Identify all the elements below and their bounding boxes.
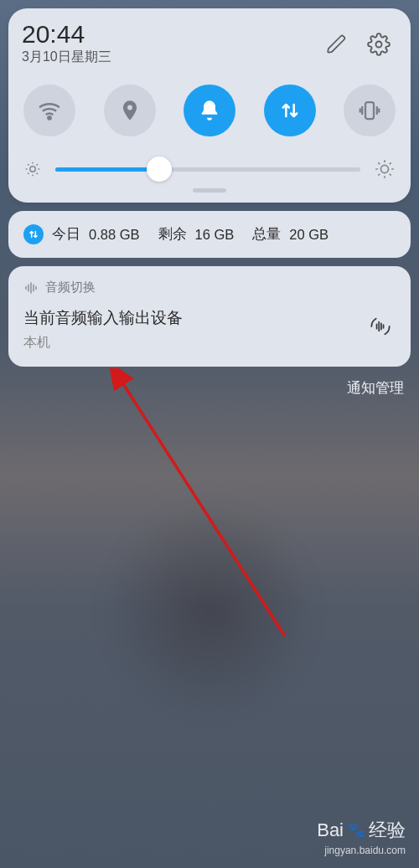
edit-icon[interactable] <box>318 26 355 63</box>
total-label: 总量 <box>252 225 281 244</box>
notification-title: 当前音频输入输出设备 <box>23 307 396 329</box>
brightness-high-icon <box>374 158 396 180</box>
paw-icon: 🐾 <box>347 821 365 840</box>
brightness-track[interactable] <box>55 167 360 172</box>
audio-switch-notification[interactable]: 音频切换 当前音频输入输出设备 本机 <box>8 266 411 367</box>
brightness-thumb[interactable] <box>147 157 172 182</box>
watermark: Bai 🐾 经验 jingyan.baidu.com <box>317 818 406 856</box>
watermark-brand-prefix: Bai <box>317 819 344 841</box>
clock-time: 20:44 <box>22 22 313 47</box>
notifications-toggle[interactable] <box>184 85 235 136</box>
data-usage-card[interactable]: 今日 0.88 GB 剩余 16 GB 总量 20 GB <box>8 211 411 258</box>
quick-settings-panel: 20:44 3月10日星期三 <box>8 8 411 203</box>
location-toggle[interactable] <box>104 85 156 136</box>
today-label: 今日 <box>52 225 80 244</box>
qs-header: 20:44 3月10日星期三 <box>22 22 397 66</box>
audio-switch-action-icon[interactable] <box>365 311 396 342</box>
time-block[interactable]: 20:44 3月10日星期三 <box>22 22 313 66</box>
svg-point-1 <box>48 116 50 119</box>
clock-date: 3月10日星期三 <box>22 49 313 66</box>
watermark-url: jingyan.baidu.com <box>317 845 406 856</box>
wifi-toggle[interactable] <box>23 85 75 136</box>
watermark-brand-suffix: 经验 <box>369 818 406 843</box>
svg-rect-2 <box>365 102 374 119</box>
panel-drag-handle[interactable] <box>193 188 226 193</box>
notification-app-header: 音频切换 <box>23 280 396 295</box>
notification-app-name: 音频切换 <box>45 280 96 295</box>
remain-label: 剩余 <box>158 225 187 244</box>
today-value: 0.88 GB <box>89 227 140 243</box>
notification-subtitle: 本机 <box>23 334 396 352</box>
svg-point-3 <box>30 167 35 172</box>
remain-value: 16 GB <box>195 227 235 243</box>
brightness-low-icon <box>23 160 42 178</box>
brightness-fill <box>55 167 159 172</box>
vibrate-toggle[interactable] <box>344 85 396 136</box>
total-value: 20 GB <box>289 227 328 243</box>
settings-icon[interactable] <box>360 26 397 63</box>
brightness-slider[interactable] <box>23 158 396 180</box>
svg-point-0 <box>376 41 382 47</box>
audio-bars-icon <box>23 280 39 295</box>
mobile-data-toggle[interactable] <box>264 85 316 136</box>
wallpaper-blur <box>101 502 318 720</box>
mobile-data-icon <box>23 224 44 244</box>
toggle-row <box>23 85 396 136</box>
svg-point-4 <box>380 165 388 172</box>
notification-manage-link[interactable]: 通知管理 <box>0 378 404 398</box>
